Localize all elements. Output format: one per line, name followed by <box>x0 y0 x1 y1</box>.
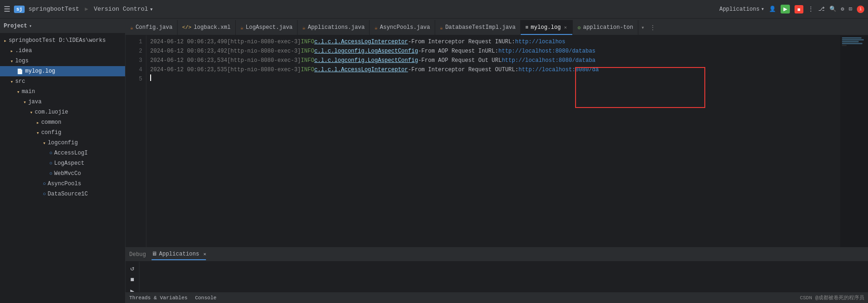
minimap <box>840 35 868 247</box>
profile-icon[interactable]: 👤 <box>769 6 776 13</box>
line-numbers: 12345 <box>126 35 146 247</box>
minimap-line-4 <box>842 45 847 46</box>
log-line-5 <box>150 74 836 84</box>
tree-item-root[interactable]: ▸springbootTest D:\IDEAs\works <box>0 35 125 46</box>
tree-item-WebMvcC[interactable]: ○WebMvcCo <box>0 168 125 179</box>
sidebar-title: Project ▾ <box>4 23 32 29</box>
threads-variables-button[interactable]: Threads & Variables <box>129 295 187 301</box>
project-tree: ▸springbootTest D:\IDEAs\works▸.idea▾log… <box>0 34 125 303</box>
tab-config_java[interactable]: ☕Config.java <box>126 20 178 35</box>
tree-item-idea[interactable]: ▸.idea <box>0 46 125 56</box>
bottom-tab-debug[interactable]: Debug <box>129 249 146 260</box>
tree-item-AsyncPools[interactable]: ○AsyncPools <box>0 179 125 189</box>
tree-item-src[interactable]: ▾src <box>0 76 125 87</box>
bottom-tab-close-applications[interactable]: ✕ <box>203 251 206 257</box>
notification-badge[interactable]: 1 <box>857 6 864 13</box>
run-button[interactable]: ▶ <box>781 5 790 13</box>
tab-logaspect_java[interactable]: ☕LogAspect.java <box>236 20 298 35</box>
tab-logback_xml[interactable]: </>logback.xml <box>178 20 236 35</box>
bottom-bar: Threads & Variables Console CSDN @成都被卷死的… <box>126 292 868 303</box>
minimap-line-2 <box>842 41 859 42</box>
console-button[interactable]: Console <box>195 295 216 301</box>
tree-item-mylog[interactable]: 📄mylog.log <box>0 66 125 76</box>
tab-icon-logaspect_java: ☕ <box>240 25 244 31</box>
line-number-5: 5 <box>126 74 142 84</box>
tab-applications_java[interactable]: ☕Applications.java <box>298 20 370 35</box>
minimap-line-0 <box>842 37 861 39</box>
line-number-1: 1 <box>126 37 142 47</box>
top-bar: ☰ sj springbootTest ▶ Version Control ▾ … <box>0 0 868 19</box>
git-icon[interactable]: ⎇ <box>818 6 825 13</box>
bottom-tab-applications[interactable]: 🖥 Applications✕ <box>152 249 206 260</box>
search-icon[interactable]: 🔍 <box>829 6 836 13</box>
toolbar-btn-0[interactable]: ↺ <box>129 263 135 273</box>
tree-item-common[interactable]: ▸common <box>0 117 125 128</box>
tab-mylog_log[interactable]: ≡mylog.log✕ <box>521 20 573 35</box>
bottom-panel-content: ↺■▶⏩⏬↓⟳✂✏⋮ <box>126 262 868 292</box>
applications-tab-icon: 🖥 <box>152 250 157 257</box>
top-bar-right: Applications ▾ 👤 ▶ ■ ⋮ ⎇ 🔍 ⚙ ⊡ 1 <box>719 5 864 13</box>
applications-button[interactable]: Applications ▾ <box>719 6 764 13</box>
sidebar-chevron[interactable]: ▾ <box>29 23 32 29</box>
tree-item-LogAspect[interactable]: ○LogAspect <box>0 158 125 168</box>
tree-item-logconfig[interactable]: ▾logconfig <box>0 138 125 148</box>
line-number-2: 2 <box>126 47 142 56</box>
log-line-2: 2024-06-12 00:06:23,492 [http-nio-8080-e… <box>150 47 836 56</box>
settings-icon[interactable]: ⚙ <box>841 6 844 13</box>
tree-item-main[interactable]: ▾main <box>0 87 125 97</box>
hamburger-icon[interactable]: ☰ <box>4 5 10 14</box>
bottom-panel: Debug🖥 Applications✕ ↺■▶⏩⏬↓⟳✂✏⋮ Threads … <box>126 247 868 303</box>
minimap-line-1 <box>842 39 864 40</box>
main-area: Project ▾ ▸springbootTest D:\IDEAs\works… <box>0 19 868 303</box>
tree-item-java[interactable]: ▾java <box>0 97 125 107</box>
sidebar: Project ▾ ▸springbootTest D:\IDEAs\works… <box>0 19 126 303</box>
tree-item-logs[interactable]: ▾logs <box>0 56 125 66</box>
tab-icon-config_java: ☕ <box>130 25 133 31</box>
log-url-0[interactable]: http://localhos <box>515 37 565 47</box>
log-class-2[interactable]: c.l.c.logconfig.LogAspectConfig <box>314 56 418 65</box>
log-line-1: 2024-06-12 00:06:23,490 [http-nio-8080-e… <box>150 37 836 47</box>
project-badge: sj <box>14 6 25 13</box>
tab-icon-applications_java: ☕ <box>302 25 305 31</box>
tab-databasetestimpl_java[interactable]: ☕DatabaseTestImpl.java <box>435 20 521 35</box>
tab-icon-logback_xml: </> <box>182 25 192 30</box>
watermark: CSDN @成都被卷死的程序员 <box>800 294 864 301</box>
log-class-3[interactable]: c.l.c.l.AccessLogInterceptor <box>314 65 408 74</box>
more-options-icon[interactable]: ⋮ <box>808 6 814 13</box>
tree-item-AccessLogI[interactable]: ○AccessLogI <box>0 148 125 158</box>
tree-item-DataSource1C[interactable]: ○DataSource1C <box>0 189 125 199</box>
top-bar-left: ☰ sj springbootTest ▶ Version Control ▾ <box>4 5 153 14</box>
window-icon[interactable]: ⊡ <box>849 6 852 13</box>
editor-content: 12345 2024-06-12 00:06:23,490 [http-nio-… <box>126 35 868 247</box>
tabs-overflow-button[interactable]: ▾ <box>638 20 647 35</box>
log-url-2[interactable]: http://localhost:8080/databa <box>502 56 596 65</box>
tab-icon-mylog_log: ≡ <box>525 25 529 30</box>
bottom-toolbar: ↺■▶⏩⏬↓⟳✂✏⋮ <box>126 262 139 292</box>
code-area[interactable]: 2024-06-12 00:06:23,490 [http-nio-8080-e… <box>146 35 840 247</box>
tab-asyncpools_java[interactable]: ☕AsyncPools.java <box>370 20 435 35</box>
sidebar-header: Project ▾ <box>0 19 125 34</box>
toolbar-btn-2[interactable]: ▶ <box>129 286 135 292</box>
divider: ▶ <box>85 6 88 13</box>
stop-button[interactable]: ■ <box>795 5 803 13</box>
editor-area: ☕Config.java</>logback.xml☕LogAspect.jav… <box>126 19 868 303</box>
tab-close-mylog_log[interactable]: ✕ <box>563 24 568 31</box>
log-class-0[interactable]: c.l.c.l.AccessLogInterceptor <box>314 37 408 47</box>
toolbar-btn-1[interactable]: ■ <box>129 275 135 284</box>
log-line-3: 2024-06-12 00:06:23,534 [http-nio-8080-e… <box>150 56 836 65</box>
log-class-1[interactable]: c.l.c.logconfig.LogAspectConfig <box>314 47 418 56</box>
tab-application_ton[interactable]: ⚙application-ton <box>573 20 638 35</box>
tabs-bar: ☕Config.java</>logback.xml☕LogAspect.jav… <box>126 19 868 35</box>
editor-cursor <box>150 74 151 81</box>
minimap-line-3 <box>842 43 862 44</box>
tab-icon-databasetestimpl_java: ☕ <box>440 25 443 31</box>
tree-item-config[interactable]: ▾config <box>0 128 125 138</box>
tab-icon-application_ton: ⚙ <box>577 25 581 31</box>
log-url-3[interactable]: http://localhost:8080/da <box>518 65 599 74</box>
version-control-button[interactable]: Version Control ▾ <box>94 6 153 13</box>
tree-item-com_luojie[interactable]: ▾com.luojie <box>0 107 125 117</box>
tabs-more-button[interactable]: ⋮ <box>647 20 658 35</box>
tab-icon-asyncpools_java: ☕ <box>374 25 378 31</box>
log-url-1[interactable]: http://localhost:8080/databas <box>498 47 596 56</box>
bottom-panel-tabs: Debug🖥 Applications✕ <box>126 248 868 262</box>
